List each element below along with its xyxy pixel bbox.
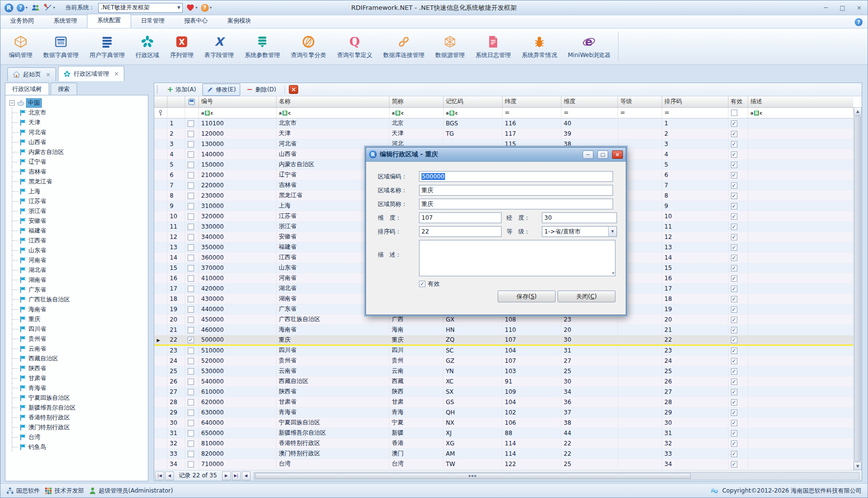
filter-cell-desc[interactable]: aBc [748, 107, 853, 118]
row-checkbox[interactable] [188, 389, 194, 395]
valid-checkbox[interactable]: ✓ [731, 368, 737, 375]
menu-item-0[interactable]: 业务协同 [0, 15, 44, 28]
tree-node[interactable]: 甘肃省 [12, 373, 148, 383]
valid-checkbox[interactable]: ✓ [731, 379, 737, 385]
table-row[interactable]: 30640000宁夏回族自治区宁夏NX1063830✓ [154, 417, 853, 428]
table-row[interactable]: 32810000香港特别行政区香港XG1142232✓ [154, 438, 853, 448]
tree-node[interactable]: 吉林省 [12, 167, 148, 176]
table-row[interactable]: ▶22✓500000重庆重庆ZQ1073022✓ [154, 335, 853, 345]
tree-node[interactable]: 宁夏回族自治区 [12, 393, 148, 403]
column-header-short[interactable]: 简称 [389, 96, 443, 107]
tree-node[interactable]: 贵州省 [12, 334, 148, 344]
delete-button[interactable]: − 删除(D) [242, 84, 280, 96]
tree-node[interactable]: 湖北省 [12, 265, 148, 275]
tree-node[interactable]: 天津 [12, 117, 148, 127]
valid-checkbox[interactable]: ✓ [731, 399, 737, 406]
tools-dropdown-button[interactable]: ▾ [44, 3, 55, 12]
column-header-lng[interactable]: 维度 [561, 96, 617, 107]
row-checkbox[interactable] [188, 203, 194, 209]
dialog-maximize-button[interactable]: □ [597, 150, 608, 159]
quick-help-button[interactable]: ? ▾ [201, 4, 212, 12]
table-row[interactable]: 20450000广西壮族自治区广西GX1082320✓ [154, 314, 853, 324]
description-textarea[interactable]: ▼ [419, 240, 616, 276]
row-checkbox[interactable] [188, 141, 194, 147]
valid-checkbox[interactable]: ✓ [731, 461, 737, 468]
tree-node[interactable]: 海南省 [12, 304, 148, 314]
valid-checkbox[interactable]: ✓ [419, 281, 425, 287]
ribbon-item-12[interactable]: 系统异常情况 [516, 29, 562, 64]
row-checkbox[interactable] [188, 131, 194, 137]
close-button[interactable]: × [851, 2, 868, 13]
tree-node[interactable]: 云南省 [12, 344, 148, 353]
row-checkbox[interactable] [188, 358, 194, 364]
table-row[interactable]: 25530000云南省云南YN1032525✓ [154, 366, 853, 376]
dialog-close-button[interactable]: × [612, 150, 623, 159]
ribbon-help-icon[interactable]: ? [855, 18, 863, 26]
tree-node[interactable]: 青海省 [12, 383, 148, 393]
column-header-valid[interactable]: 有效 [728, 96, 748, 107]
valid-checkbox[interactable]: ✓ [731, 172, 737, 178]
prev-page-button[interactable]: ◀ [165, 471, 174, 480]
tree-node[interactable]: 香港特别行政区 [12, 412, 148, 422]
scroll-up-icon[interactable]: ▲ [854, 107, 862, 115]
minimize-button[interactable]: ─ [817, 2, 834, 13]
row-checkbox[interactable] [188, 440, 194, 447]
filter-cell-name[interactable]: aBc [276, 107, 389, 118]
save-button[interactable]: 保存(S) [498, 291, 556, 302]
row-checkbox[interactable] [188, 451, 194, 457]
column-header-lat[interactable]: 纬度 [502, 96, 561, 107]
vertical-scroll-thumb[interactable] [854, 116, 861, 462]
tab-close-icon[interactable]: × [46, 71, 51, 78]
valid-checkbox[interactable]: ✓ [731, 265, 737, 271]
level-select[interactable]: 1->省/直辖市 ▼ [542, 226, 617, 237]
valid-checkbox[interactable]: ✓ [731, 348, 737, 354]
table-row[interactable]: 21460000海南省海南HN1102021✓ [154, 324, 853, 335]
ribbon-item-9[interactable]: 数据库连接管理 [378, 29, 430, 64]
valid-checkbox[interactable]: ✓ [731, 182, 737, 189]
ribbon-item-5[interactable]: X表字段管理 [199, 29, 239, 64]
filter-cell-lng[interactable]: = [561, 107, 617, 118]
filter-cell-lat[interactable]: = [502, 107, 561, 118]
menu-item-2[interactable]: 系统配置 [87, 14, 131, 28]
row-checkbox[interactable] [188, 306, 194, 313]
tree-node[interactable]: 上海 [12, 186, 148, 196]
tree-node[interactable]: 广东省 [12, 285, 148, 294]
tree-node[interactable]: 广西壮族自治区 [12, 294, 148, 304]
tree-node[interactable]: 内蒙古自治区 [12, 147, 148, 157]
first-page-button[interactable]: |◀ [155, 471, 164, 480]
table-row[interactable]: 33820000澳门特别行政区澳门AM1142233✓ [154, 448, 853, 459]
tree-node[interactable]: 西藏自治区 [12, 353, 148, 363]
valid-checkbox[interactable]: ✓ [731, 286, 737, 292]
contains-filter-icon[interactable]: aBc [279, 111, 291, 116]
dialog-minimize-button[interactable]: ─ [583, 150, 593, 159]
tree-node[interactable]: 台湾 [12, 432, 148, 442]
row-checkbox[interactable] [188, 286, 194, 292]
contains-filter-icon[interactable]: aBc [392, 111, 404, 116]
column-header-name[interactable]: 名称 [276, 96, 389, 107]
table-row[interactable]: 26540000西藏自治区西藏XC913026✓ [154, 376, 853, 386]
menu-item-1[interactable]: 系统管理 [44, 15, 87, 28]
valid-checkbox[interactable]: ✓ [731, 306, 737, 313]
filter-cell-short[interactable]: aBc [389, 107, 443, 118]
tree-node[interactable]: 湖南省 [12, 275, 148, 285]
row-checkbox[interactable] [188, 275, 194, 282]
menu-item-4[interactable]: 报表中心 [174, 15, 218, 28]
valid-checkbox[interactable]: ✓ [731, 234, 737, 240]
row-checkbox[interactable] [188, 420, 194, 426]
row-checkbox[interactable] [188, 151, 194, 158]
current-system-combobox[interactable]: .NET敏捷开发框架 ▼ [98, 3, 183, 13]
row-checkbox[interactable] [188, 368, 194, 375]
table-row[interactable]: 23510000四川省四川SC1043123✓ [154, 345, 853, 355]
valid-checkbox[interactable]: ✓ [731, 255, 737, 261]
last-page-button[interactable]: ▶| [232, 471, 241, 480]
valid-checkbox[interactable]: ✓ [731, 420, 737, 426]
valid-checkbox[interactable]: ✓ [731, 389, 737, 395]
row-checkbox[interactable]: ✓ [188, 337, 194, 343]
help-dropdown-button[interactable]: ? ▾ [17, 4, 28, 12]
ribbon-item-7[interactable]: 查询引擎分类 [285, 29, 332, 64]
column-header-mem[interactable]: 记忆码 [443, 96, 502, 107]
valid-filter-checkbox[interactable] [731, 110, 737, 116]
row-checkbox[interactable] [188, 317, 194, 323]
equals-filter-icon[interactable]: = [665, 109, 670, 116]
equals-filter-icon[interactable]: = [564, 109, 569, 116]
